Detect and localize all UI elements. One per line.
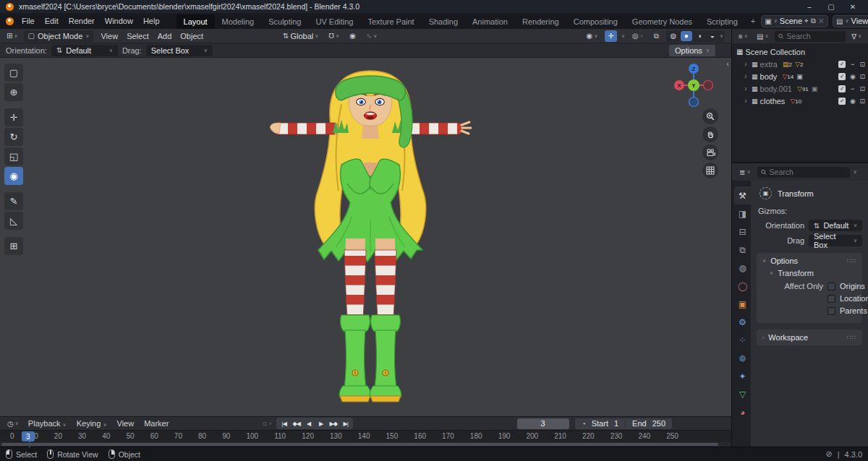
timeline-menu-item[interactable]: Playback ∨ bbox=[23, 418, 72, 428]
camera-view-button[interactable] bbox=[702, 145, 718, 160]
viewport-menu-item[interactable]: Select bbox=[122, 30, 153, 42]
workspace-tab[interactable]: Rendering bbox=[515, 14, 566, 29]
timeline-scrollbar[interactable] bbox=[0, 442, 731, 447]
proportional-edit-toggle[interactable]: ◉ bbox=[346, 30, 359, 42]
orientation-dropdown[interactable]: ⇅ Global ∨ bbox=[280, 30, 321, 42]
workspace-tab[interactable]: Sculpting bbox=[261, 14, 308, 29]
properties-tab[interactable]: ◨ bbox=[734, 204, 751, 223]
checkbox[interactable] bbox=[827, 283, 835, 290]
visibility-eye-icon[interactable]: ⌣ bbox=[848, 60, 856, 68]
outliner-row[interactable]: › ▦ body ▽14 ▣ ✓ ◉ ⊡ bbox=[732, 70, 868, 82]
transport-button[interactable]: ▶| bbox=[339, 418, 352, 428]
axis-z-handle[interactable]: Z bbox=[689, 64, 699, 74]
timeline-editor-type-button[interactable]: ◷ ∨ bbox=[4, 418, 22, 429]
gizmo-orientation-select[interactable]: ⇅ Default ∨ bbox=[809, 220, 862, 231]
shading-rendered-button[interactable]: ◒ bbox=[707, 31, 718, 41]
properties-tab[interactable]: ◕ bbox=[734, 403, 751, 421]
pin-icon[interactable]: ⌖ bbox=[804, 17, 809, 25]
expand-icon[interactable]: › bbox=[742, 85, 749, 92]
workspace-tab[interactable]: Shading bbox=[422, 14, 465, 29]
sidebar-collapse-chevron[interactable]: ‹ bbox=[726, 59, 729, 68]
chevron-down-icon[interactable]: ∨ bbox=[854, 169, 857, 175]
workspace-tab[interactable]: Modeling bbox=[215, 14, 262, 29]
visibility-eye-icon[interactable]: ◉ bbox=[848, 73, 856, 80]
workspace-tab[interactable]: Layout bbox=[176, 14, 215, 29]
properties-tab[interactable]: ⧉ bbox=[734, 241, 751, 259]
minimize-button[interactable]: – bbox=[800, 3, 819, 11]
properties-search-input[interactable] bbox=[770, 168, 846, 176]
scene-selector[interactable]: ▣ ∨ Scene ⌖ ⧉ ✕ bbox=[761, 15, 828, 27]
tool-button[interactable]: ⊕ bbox=[4, 83, 23, 101]
exclude-checkbox[interactable]: ✓ bbox=[838, 73, 846, 80]
transport-button[interactable]: ▶◆ bbox=[327, 418, 339, 428]
scene-collection-row[interactable]: ▦ Scene Collection bbox=[732, 46, 868, 58]
viewport-3d[interactable]: ▢⊕✛↻◱◉✎◺⊞ bbox=[0, 58, 731, 416]
checkbox[interactable] bbox=[827, 295, 835, 303]
tool-button[interactable]: ⊞ bbox=[4, 237, 23, 255]
render-camera-icon[interactable]: ⊡ bbox=[859, 61, 865, 68]
mode-dropdown[interactable]: ▢ Object Mode ∨ bbox=[24, 30, 94, 42]
tool-button[interactable]: ↻ bbox=[4, 128, 23, 146]
xray-toggle[interactable]: ⧉ bbox=[651, 30, 662, 42]
add-workspace-button[interactable]: + bbox=[745, 15, 761, 27]
pan-hand-button[interactable] bbox=[702, 126, 718, 142]
properties-tab[interactable]: ◍ bbox=[734, 259, 751, 277]
outliner-row[interactable]: › ▦ body.001 ▽91 ▣ ✓ ⌣ ⊡ bbox=[732, 82, 868, 95]
drag-grip-icon[interactable]: ∷∷ bbox=[847, 257, 856, 264]
chevron-down-icon[interactable]: ∨ bbox=[621, 33, 625, 39]
properties-tab[interactable]: ▣ bbox=[734, 295, 751, 313]
render-camera-icon[interactable]: ⊡ bbox=[859, 73, 865, 80]
exclude-checkbox[interactable]: ✓ bbox=[838, 85, 846, 92]
workspace-panel-header[interactable]: › Workspace ∷∷ bbox=[757, 329, 862, 345]
playhead[interactable]: 3 bbox=[22, 431, 35, 441]
maximize-button[interactable]: ▢ bbox=[822, 3, 841, 11]
viewport-menu-item[interactable]: Add bbox=[153, 30, 176, 42]
options-panel-header[interactable]: ∨ Options ∷∷ bbox=[757, 253, 862, 269]
properties-tab[interactable]: ⚙ bbox=[734, 313, 751, 331]
visibility-eye-icon[interactable]: ⌣ bbox=[848, 85, 856, 92]
expand-icon[interactable]: › bbox=[742, 60, 749, 68]
shading-solid-button[interactable]: ● bbox=[681, 31, 692, 41]
exclude-checkbox[interactable]: ✓ bbox=[838, 61, 846, 68]
properties-editor-type-button[interactable]: ≣ ∨ bbox=[736, 166, 754, 178]
properties-tab[interactable]: ◯ bbox=[734, 277, 751, 295]
show-gizmo-toggle[interactable]: ✛ bbox=[605, 30, 616, 42]
render-camera-icon[interactable]: ⊡ bbox=[859, 85, 865, 92]
shading-material-button[interactable]: ◑ bbox=[694, 31, 705, 41]
properties-tab[interactable]: ✦ bbox=[734, 367, 751, 385]
orientation-select[interactable]: ⇅ Default ∨ bbox=[51, 45, 118, 56]
properties-tab[interactable]: ⁘ bbox=[734, 331, 751, 349]
properties-search[interactable] bbox=[757, 167, 850, 178]
workspace-tab[interactable]: Animation bbox=[465, 14, 515, 29]
tool-button[interactable]: ◺ bbox=[4, 212, 23, 230]
tool-button[interactable]: ◉ bbox=[4, 167, 23, 185]
viewport-menu-item[interactable]: Object bbox=[176, 30, 208, 42]
workspace-tab[interactable]: Compositing bbox=[566, 14, 625, 29]
visibility-eye-icon[interactable]: ◉ bbox=[848, 98, 856, 105]
timeline-menu-item[interactable]: Marker bbox=[139, 418, 174, 428]
outliner-search[interactable] bbox=[775, 31, 846, 42]
workspace-tab[interactable]: Texture Paint bbox=[360, 14, 421, 29]
checkbox[interactable] bbox=[827, 307, 835, 315]
end-frame-field[interactable]: End 250 bbox=[626, 419, 672, 428]
editor-type-button[interactable]: ⊞ ∨ bbox=[4, 30, 21, 42]
display-mode-button[interactable]: ▤ ∨ bbox=[754, 30, 772, 42]
timeline-menu-item[interactable]: View bbox=[112, 418, 140, 428]
current-frame-field[interactable]: 3 bbox=[517, 418, 569, 429]
character-model[interactable] bbox=[269, 61, 472, 408]
toggle-ortho-button[interactable] bbox=[702, 163, 718, 178]
options-dropdown[interactable]: Options ∨ bbox=[669, 45, 715, 56]
menu-item[interactable]: Help bbox=[138, 15, 165, 27]
auto-key-button[interactable]: ○ ∨ bbox=[262, 419, 272, 428]
axis-x-handle[interactable]: X bbox=[674, 80, 684, 90]
axis-x-negative-handle[interactable] bbox=[704, 81, 713, 90]
workspace-tab[interactable]: UV Editing bbox=[308, 14, 360, 29]
blender-menu-icon[interactable] bbox=[6, 17, 14, 25]
transport-button[interactable]: ◀ bbox=[302, 418, 315, 428]
expand-icon[interactable]: › bbox=[742, 97, 749, 105]
properties-tab[interactable]: ▽ bbox=[734, 385, 751, 403]
drag-select[interactable]: Select Box ∨ bbox=[146, 45, 213, 56]
workspace-tab[interactable]: Geometry Nodes bbox=[625, 14, 699, 29]
tool-button[interactable]: ✛ bbox=[4, 108, 23, 126]
axis-z-negative-handle[interactable] bbox=[689, 98, 699, 107]
